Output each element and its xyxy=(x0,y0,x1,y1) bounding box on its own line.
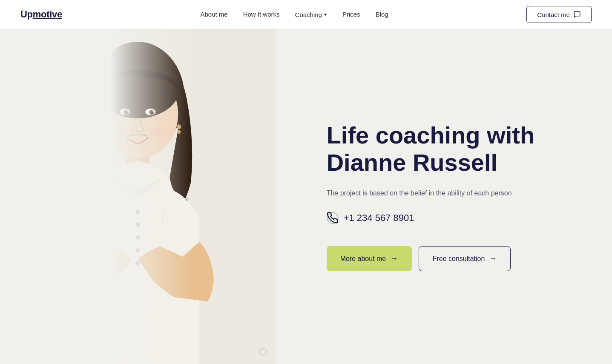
arrow-icon: → xyxy=(489,254,497,263)
nav-link-blog[interactable]: Blog xyxy=(376,11,388,18)
hero-title: Life coaching with Dianne Russell xyxy=(327,122,548,177)
chat-icon xyxy=(573,11,581,18)
hero-content: Life coaching with Dianne Russell The pr… xyxy=(276,29,612,364)
phone-icon xyxy=(327,212,339,224)
more-about-me-button[interactable]: More about me → xyxy=(327,246,412,271)
hero-section: Life coaching with Dianne Russell The pr… xyxy=(0,29,612,364)
free-consultation-button[interactable]: Free consultation → xyxy=(419,246,511,271)
hero-photo-area xyxy=(0,29,276,364)
logo-text: Up motive xyxy=(20,9,62,20)
hero-buttons: More about me → Free consultation → xyxy=(327,246,578,271)
nav-link-coaching[interactable]: Coaching xyxy=(295,11,327,18)
nav-item-how-it-works: How It works xyxy=(243,11,280,18)
nav-link-about[interactable]: About me xyxy=(200,11,227,18)
contact-button[interactable]: Contact me xyxy=(526,6,592,23)
hero-gradient-overlay xyxy=(0,29,276,364)
nav-link-how-it-works[interactable]: How It works xyxy=(243,11,280,18)
nav-item-coaching: Coaching xyxy=(295,11,327,18)
logo[interactable]: Up motive xyxy=(20,9,62,20)
chevron-down-icon xyxy=(324,14,327,16)
nav-item-about: About me xyxy=(200,11,227,18)
arrow-icon: → xyxy=(390,254,398,263)
nav-item-blog: Blog xyxy=(376,11,388,18)
hero-subtitle: The project is based on the belief in th… xyxy=(327,188,578,198)
nav-links: About me How It works Coaching Prices Bl… xyxy=(200,11,388,18)
navbar: Up motive About me How It works Coaching… xyxy=(0,0,612,29)
nav-link-prices[interactable]: Prices xyxy=(342,11,360,18)
phone-number: +1 234 567 8901 xyxy=(344,212,414,224)
hero-phone: +1 234 567 8901 xyxy=(327,212,578,224)
nav-item-prices: Prices xyxy=(342,11,360,18)
